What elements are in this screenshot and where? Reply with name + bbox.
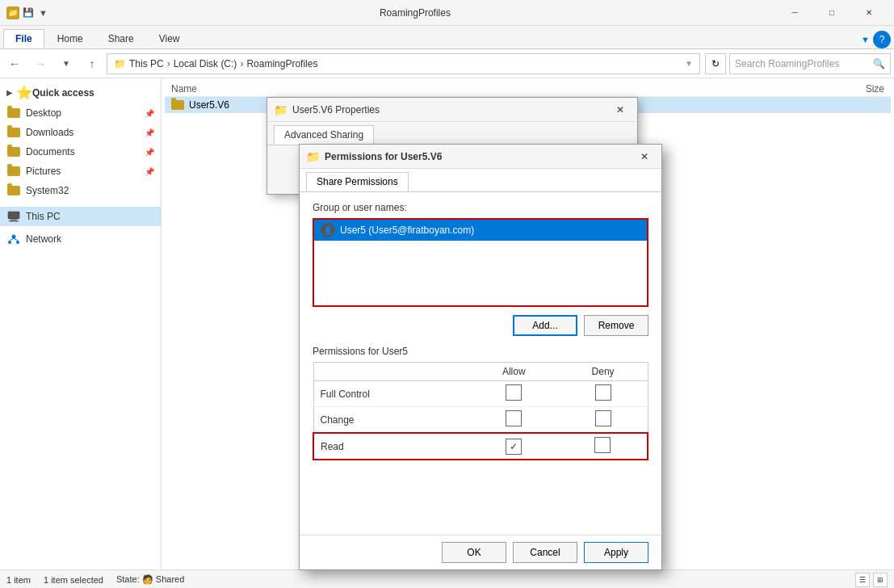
sidebar-label-downloads: Downloads [26,127,73,138]
network-icon [6,232,21,246]
remove-button[interactable]: Remove [584,315,648,336]
quick-access-expand-icon: ▶ [6,88,13,97]
column-name: Name [171,83,820,94]
user-row-selected[interactable]: 👤 User5 (User5@firatboyan.com) [314,220,647,241]
perm-tab-share[interactable]: Share Permissions [306,172,409,191]
ribbon: File Home Share View ▼ ? [0,26,894,49]
sidebar-item-desktop[interactable]: Desktop 📌 [0,103,161,123]
sidebar-item-downloads[interactable]: Downloads 📌 [0,123,161,142]
perm-name-fullcontrol: Full Control [313,381,469,407]
perm-name-read: Read [313,433,469,460]
checkbox-deny-read[interactable] [594,437,611,453]
add-button[interactable]: Add... [513,315,577,336]
perm-allow-read[interactable]: ✓ [469,433,559,460]
sidebar-item-system32[interactable]: System32 [0,181,161,200]
users-box[interactable]: 👤 User5 (User5@firatboyan.com) [313,218,648,307]
checkbox-allow-fullcontrol[interactable] [506,384,522,401]
permissions-dialog[interactable]: 📁 Permissions for User5.V6 ✕ Share Permi… [299,144,662,570]
svg-point-4 [8,241,11,244]
up-button[interactable]: ↑ [81,52,103,75]
search-icon[interactable]: 🔍 [873,58,885,69]
sidebar-item-network[interactable]: Network [0,229,161,249]
app-icon: 📁 [6,6,19,19]
breadcrumb-thispc[interactable]: This PC [129,58,164,69]
sidebar-item-pictures[interactable]: Pictures 📌 [0,162,161,181]
perm-dialog-footer: OK Cancel Apply [300,535,661,569]
help-icon[interactable]: ? [873,31,891,48]
apply-button[interactable]: Apply [584,542,648,563]
perm-row-change: Change [313,407,648,434]
forward-button[interactable]: → [29,52,52,75]
title-bar: 📁 💾 ▼ RoamingProfiles ─ □ ✕ [0,0,894,26]
group-label: Group or user names: [313,202,648,213]
perm-content: Group or user names: 👤 User5 (User5@fira… [300,192,661,535]
user-name: User5 (User5@firatboyan.com) [340,225,474,236]
pictures-icon [6,164,21,178]
file-list-header: Name Size [165,82,891,97]
breadcrumb-localdisk[interactable]: Local Disk (C:) [174,58,237,69]
perm-allow-fullcontrol[interactable] [469,381,559,407]
refresh-button[interactable]: ↻ [705,53,726,74]
thispc-icon [6,209,21,224]
back-button[interactable]: ← [3,52,26,75]
tab-share[interactable]: Share [96,29,146,48]
checkbox-allow-change[interactable] [506,410,522,426]
path-dropdown[interactable]: ▼ [685,59,693,68]
quick-access-label: Quick access [32,87,94,99]
check-mark: ✓ [510,441,518,452]
quick-access-header[interactable]: ▶ ⭐ Quick access [0,82,161,103]
perm-title-icon: 📁 [306,150,320,163]
status-selected: 1 item selected [44,575,103,585]
perm-deny-fullcontrol[interactable] [559,381,648,407]
quick-access-toolbar-save[interactable]: 💾 [23,7,34,18]
svg-point-3 [12,235,16,239]
checkbox-allow-read[interactable]: ✓ [506,439,522,455]
breadcrumb-roamingprofiles[interactable]: RoamingProfiles [246,58,317,69]
permissions-table: Allow Deny Full Control [313,362,648,460]
tab-view[interactable]: View [147,29,192,48]
address-bar: ← → ▼ ↑ 📁 This PC › Local Disk (C:) › Ro… [0,49,894,78]
pin-icon-desktop: 📌 [145,109,154,118]
checkbox-deny-change[interactable] [595,410,611,426]
perm-row-fullcontrol: Full Control [313,381,648,407]
view-tiles-button[interactable]: ⊞ [873,573,888,587]
pin-icon-pictures: 📌 [145,167,154,176]
help-button[interactable]: ▼ [861,35,870,44]
perm-close-button[interactable]: ✕ [634,146,655,167]
pin-icon-downloads: 📌 [145,128,154,137]
maximize-button[interactable]: □ [813,0,850,26]
sidebar-label-network: Network [26,233,61,245]
search-box[interactable]: Search RoamingProfiles 🔍 [729,53,891,74]
perm-titlebar: 📁 Permissions for User5.V6 ✕ [300,145,661,169]
col-allow: Allow [469,363,559,381]
desktop-icon [6,106,21,120]
sidebar-item-thispc[interactable]: This PC [0,207,161,226]
perm-content-spacer [313,460,648,525]
tab-home[interactable]: Home [45,29,95,48]
downloads-icon [6,125,21,140]
close-button[interactable]: ✕ [850,0,888,26]
ok-button[interactable]: OK [442,542,506,563]
sidebar: ▶ ⭐ Quick access Desktop 📌 Downloads 📌 D… [0,78,162,569]
perm-deny-change[interactable] [559,407,648,434]
perm-allow-change[interactable] [469,407,559,434]
svg-line-7 [14,238,18,241]
perm-deny-read[interactable] [559,433,648,460]
minimize-button[interactable]: ─ [776,0,813,26]
perm-row-read: Read ✓ [313,433,648,460]
user-action-buttons: Add... Remove [313,315,648,336]
perm-table-label: Permissions for User5 [313,346,648,357]
view-details-button[interactable]: ☰ [855,573,870,587]
recent-button[interactable]: ▼ [55,52,78,75]
quick-access-toolbar-more[interactable]: ▼ [39,8,48,18]
window-title: RoamingProfiles [54,7,776,19]
table-row[interactable]: User5.V6 [165,97,891,113]
tab-file[interactable]: File [3,29,44,48]
svg-point-5 [16,241,19,244]
cancel-button[interactable]: Cancel [513,542,577,563]
address-path[interactable]: 📁 This PC › Local Disk (C:) › RoamingPro… [107,53,700,74]
svg-rect-2 [9,220,19,222]
path-icon: 📁 [114,58,126,69]
sidebar-item-documents[interactable]: Documents 📌 [0,142,161,162]
checkbox-deny-fullcontrol[interactable] [595,384,611,401]
